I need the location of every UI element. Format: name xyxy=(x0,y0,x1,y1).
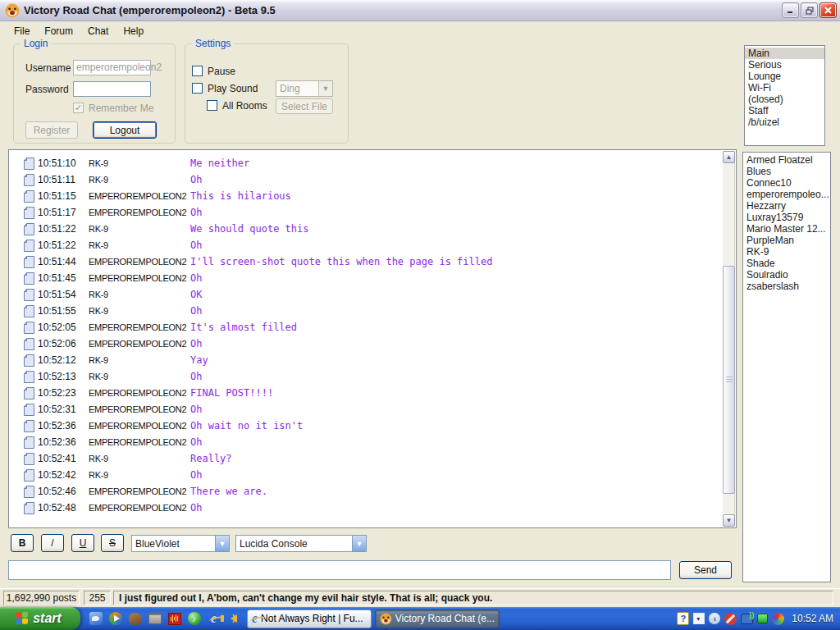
user-item[interactable]: Connec10 xyxy=(743,177,830,189)
italic-button[interactable]: / xyxy=(41,534,64,552)
user-item[interactable]: zsaberslash xyxy=(743,281,830,292)
task-button-browser[interactable]: e Not Always Right | Fu... xyxy=(247,609,372,628)
collapse-chevron-icon[interactable]: ‹ xyxy=(709,613,720,624)
message-text: Oh xyxy=(190,305,202,317)
close-button[interactable] xyxy=(819,2,837,18)
chat-message-row[interactable]: 10:52:23 EMPEROREMPOLEON2 FINAL POST!!!! xyxy=(9,385,723,401)
paint-icon[interactable] xyxy=(128,612,142,626)
volume-icon[interactable] xyxy=(226,612,240,626)
chat-message-row[interactable]: 10:51:55 RK-9 Oh xyxy=(9,303,723,319)
room-item[interactable]: (closed) xyxy=(745,94,824,105)
menu-item[interactable]: Forum xyxy=(37,24,80,39)
chat-scrollbar[interactable]: ▲ ▼ xyxy=(723,151,735,527)
chat-message-row[interactable]: 10:51:10 RK-9 Me neither xyxy=(9,155,723,171)
message-user: EMPEROREMPOLEON2 xyxy=(89,208,190,217)
display-icon[interactable] xyxy=(757,614,768,623)
menu-item[interactable]: Help xyxy=(116,24,151,39)
message-time: 10:52:31 xyxy=(38,404,89,415)
audio-editor-icon[interactable] xyxy=(167,612,181,626)
room-item[interactable]: Main xyxy=(745,48,824,59)
window-arrow-icon[interactable] xyxy=(693,613,705,624)
send-button[interactable]: Send xyxy=(679,561,732,579)
chat-message-row[interactable]: 10:51:11 RK-9 Oh xyxy=(9,171,723,188)
chat-message-row[interactable]: 10:51:54 RK-9 OK xyxy=(9,286,723,303)
chat-message-row[interactable]: 10:52:48 EMPEROREMPOLEON2 Oh xyxy=(9,500,723,516)
chat-message-row[interactable]: 10:52:05 EMPEROREMPOLEON2 It's almost fi… xyxy=(9,319,723,336)
notes-icon[interactable] xyxy=(148,612,162,626)
underline-button[interactable]: U xyxy=(71,534,94,552)
chat-message-row[interactable]: 10:51:44 EMPEROREMPOLEON2 I'll screen-sh… xyxy=(9,253,723,270)
internet-explorer-icon[interactable]: e xyxy=(207,612,221,626)
chat-message-row[interactable]: 10:52:12 RK-9 Yay xyxy=(9,352,723,368)
chat-message-row[interactable]: 10:52:13 RK-9 Oh xyxy=(9,368,723,385)
chat-message-row[interactable]: 10:52:36 EMPEROREMPOLEON2 Oh wait no it … xyxy=(9,418,723,434)
username-field[interactable]: emperorempoleon2 xyxy=(73,60,151,75)
no-sign-icon[interactable] xyxy=(724,613,737,625)
user-item[interactable]: Shade xyxy=(743,258,830,269)
remember-me-checkbox[interactable]: ✓ xyxy=(73,103,84,113)
minimize-button[interactable] xyxy=(782,2,799,18)
start-button[interactable]: start xyxy=(0,607,80,630)
task-button-chat[interactable]: Victory Road Chat (e... xyxy=(375,609,500,628)
user-item[interactable]: emperorempoleo... xyxy=(743,189,830,200)
chat-message-row[interactable]: 10:52:46 EMPEROREMPOLEON2 There we are. xyxy=(9,483,723,500)
message-time: 10:51:55 xyxy=(38,305,89,317)
message-time: 10:52:12 xyxy=(38,354,89,366)
scrollbar-thumb[interactable] xyxy=(723,266,735,494)
message-user: RK-9 xyxy=(89,470,190,480)
sound-select[interactable]: Ding ▼ xyxy=(276,80,333,97)
messenger-icon[interactable] xyxy=(89,612,103,626)
room-item[interactable]: /b/uizel xyxy=(745,116,824,128)
menu-item[interactable]: File xyxy=(7,24,37,39)
user-item[interactable]: Armed Floatzel xyxy=(743,154,830,166)
user-item[interactable]: PurpleMan xyxy=(743,235,830,246)
chat-message-row[interactable]: 10:52:06 EMPEROREMPOLEON2 Oh xyxy=(9,336,723,352)
scroll-down-icon[interactable]: ▼ xyxy=(723,514,735,527)
chat-message-row[interactable]: 10:52:41 RK-9 Really? xyxy=(9,450,723,467)
message-time: 10:52:46 xyxy=(38,486,89,497)
user-item[interactable]: Soulradio xyxy=(743,269,830,281)
room-item[interactable]: Serious xyxy=(745,59,824,71)
logout-button[interactable]: Logout xyxy=(93,121,157,139)
select-file-button[interactable]: Select File xyxy=(276,98,333,114)
message-icon xyxy=(24,272,34,285)
chat-message-row[interactable]: 10:52:36 EMPEROREMPOLEON2 Oh xyxy=(9,434,723,450)
message-time: 10:51:15 xyxy=(38,190,89,202)
menu-item[interactable]: Chat xyxy=(80,24,116,39)
chat-message-row[interactable]: 10:51:22 RK-9 We should quote this xyxy=(9,221,723,237)
chat-message-row[interactable]: 10:51:15 EMPEROREMPOLEON2 This is hilari… xyxy=(9,188,723,204)
password-field[interactable] xyxy=(73,81,151,97)
all-rooms-checkbox[interactable] xyxy=(207,100,217,111)
chat-message-row[interactable]: 10:52:42 RK-9 Oh xyxy=(9,467,723,483)
room-item[interactable]: Lounge xyxy=(745,71,824,82)
color-select[interactable]: BlueViolet ▼ xyxy=(131,535,230,552)
user-item[interactable]: Blues xyxy=(743,166,830,177)
room-item[interactable]: Wi-Fi xyxy=(745,82,824,94)
user-item[interactable]: Luxray13579 xyxy=(743,212,830,223)
network-icon[interactable] xyxy=(741,614,753,624)
chat-message-row[interactable]: 10:52:31 EMPEROREMPOLEON2 Oh xyxy=(9,401,723,418)
message-input[interactable] xyxy=(8,560,671,580)
media-player-icon[interactable] xyxy=(108,612,122,626)
register-button[interactable]: Register xyxy=(25,121,78,139)
scroll-up-icon[interactable]: ▲ xyxy=(723,151,735,163)
room-item[interactable]: Staff xyxy=(745,105,824,116)
font-select[interactable]: Lucida Console ▼ xyxy=(235,535,367,552)
chat-message-row[interactable]: 10:51:45 EMPEROREMPOLEON2 Oh xyxy=(9,270,723,286)
play-sound-checkbox[interactable] xyxy=(192,83,203,94)
message-icon xyxy=(24,174,34,186)
message-text: Oh xyxy=(190,338,202,349)
user-item[interactable]: RK-9 xyxy=(743,246,830,258)
bold-button[interactable]: B xyxy=(11,534,34,552)
user-item[interactable]: Mario Master 12... xyxy=(743,223,830,235)
user-item[interactable]: Hezzarry xyxy=(743,200,830,212)
strike-button[interactable]: S xyxy=(101,534,124,552)
pause-checkbox[interactable] xyxy=(192,66,203,76)
restore-button[interactable] xyxy=(801,2,818,18)
chat-message-row[interactable]: 10:51:17 EMPEROREMPOLEON2 Oh xyxy=(9,204,723,221)
itunes-icon[interactable]: ♪ xyxy=(187,612,201,626)
taskbar: start ♪ e e Not Always Right | Fu... xyxy=(0,607,840,630)
help-icon[interactable]: ? xyxy=(677,612,689,625)
chat-message-row[interactable]: 10:51:22 RK-9 Oh xyxy=(9,237,723,253)
swirl-icon[interactable] xyxy=(772,613,784,625)
